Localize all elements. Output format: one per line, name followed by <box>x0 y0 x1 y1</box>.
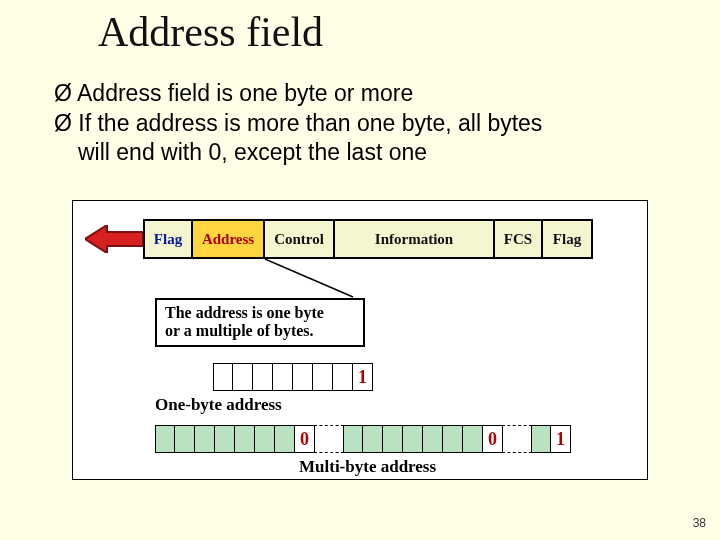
svg-line-2 <box>265 259 353 297</box>
field-fcs: FCS <box>495 219 543 259</box>
bit-cell <box>363 425 383 453</box>
bit-cell <box>215 425 235 453</box>
field-information: Information <box>335 219 495 259</box>
bullet-2: Ø If the address is more than one byte, … <box>54 110 674 138</box>
bit-cell <box>293 363 313 391</box>
bit-cell-end-zero: 0 <box>295 425 315 453</box>
multi-byte-row: 0 0 1 <box>155 425 571 453</box>
bullet-1: Ø Address field is one byte or more <box>54 80 674 108</box>
bit-cell-end-zero: 0 <box>483 425 503 453</box>
field-address: Address <box>193 219 265 259</box>
bit-cell <box>273 363 293 391</box>
slide-title: Address field <box>98 8 323 56</box>
svg-marker-0 <box>85 225 143 253</box>
ellipsis-gap-icon <box>502 425 532 453</box>
bullet-1-text: Address field is one byte or more <box>77 80 413 106</box>
bit-cell <box>313 363 333 391</box>
callout-line1: The address is one byte <box>165 304 355 322</box>
bit-cell <box>443 425 463 453</box>
page-number: 38 <box>693 516 706 530</box>
bit-cell <box>155 425 175 453</box>
bit-cell <box>343 425 363 453</box>
bit-cell <box>383 425 403 453</box>
bullet-2-continuation: will end with 0, except the last one <box>78 139 674 167</box>
bit-cell <box>333 363 353 391</box>
field-flag-end: Flag <box>543 219 593 259</box>
callout-connector-icon <box>193 259 373 299</box>
left-arrow-icon <box>85 225 143 253</box>
frame-fields-row: Flag Address Control Information FCS Fla… <box>143 219 593 259</box>
field-flag: Flag <box>143 219 193 259</box>
bit-cell <box>233 363 253 391</box>
bit-cell <box>423 425 443 453</box>
bit-cell <box>253 363 273 391</box>
bit-cell <box>235 425 255 453</box>
one-byte-row: 1 <box>213 363 373 391</box>
bullet-2-text: If the address is more than one byte, al… <box>78 110 542 136</box>
bit-cell <box>531 425 551 453</box>
bullet-glyph: Ø <box>54 110 72 136</box>
bit-cell <box>463 425 483 453</box>
bit-cell-end-one: 1 <box>551 425 571 453</box>
multi-byte-label: Multi-byte address <box>299 457 436 477</box>
field-control: Control <box>265 219 335 259</box>
bit-cell <box>195 425 215 453</box>
bit-cell <box>213 363 233 391</box>
bit-cell-end: 1 <box>353 363 373 391</box>
bit-cell <box>175 425 195 453</box>
bullet-glyph: Ø <box>54 80 72 106</box>
callout-line2: or a multiple of bytes. <box>165 322 355 340</box>
bullet-list: Ø Address field is one byte or more Ø If… <box>54 80 674 167</box>
callout-box: The address is one byte or a multiple of… <box>155 298 365 347</box>
bit-cell <box>275 425 295 453</box>
bit-cell <box>255 425 275 453</box>
ellipsis-gap-icon <box>314 425 344 453</box>
diagram-panel: Flag Address Control Information FCS Fla… <box>72 200 648 480</box>
one-byte-label: One-byte address <box>155 395 282 415</box>
bit-cell <box>403 425 423 453</box>
